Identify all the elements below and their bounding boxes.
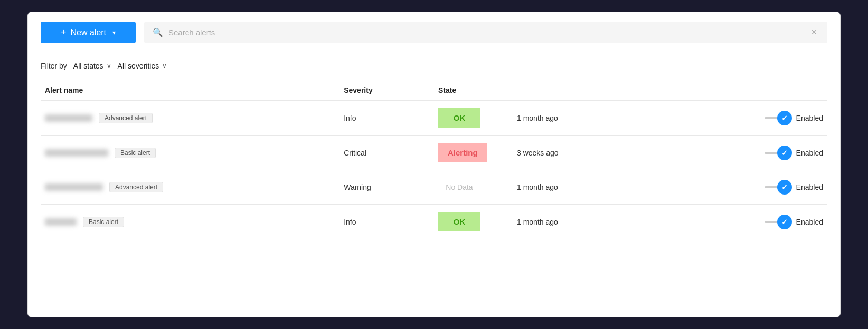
toggle-cell: Enabled: [623, 205, 827, 239]
filters-bar: Filter by All states ∨ All severities ∨: [28, 53, 840, 79]
chevron-down-icon: ▾: [112, 29, 116, 36]
filter-by-label: Filter by: [41, 62, 67, 70]
new-alert-label: New alert: [70, 28, 106, 37]
states-chevron-icon: ∨: [107, 62, 111, 70]
col-header-time: [513, 79, 623, 100]
toggle-cell: Enabled: [623, 100, 827, 136]
alert-type-tag: Basic alert: [83, 217, 124, 227]
state-cell: No Data: [434, 170, 513, 205]
name-cell-container: Basic alert: [45, 217, 335, 227]
states-filter-label: All states: [73, 62, 103, 70]
plus-icon: +: [61, 27, 67, 38]
col-header-severity: Severity: [339, 79, 434, 100]
table-row[interactable]: Basic alert InfoOK1 month ago Enabled: [41, 205, 827, 239]
toggle-switch[interactable]: [765, 112, 792, 124]
toggle-thumb: [777, 111, 792, 125]
state-cell: Alerting: [434, 136, 513, 170]
severities-filter-label: All severities: [118, 62, 159, 70]
severity-cell: Warning: [339, 170, 434, 205]
toggle-cell: Enabled: [623, 136, 827, 170]
search-input[interactable]: [168, 28, 804, 37]
name-cell-container: Basic alert: [45, 148, 335, 158]
blurred-alert-name: [45, 183, 103, 191]
alert-name-cell: Basic alert: [41, 136, 339, 170]
toggle-thumb: [777, 180, 792, 195]
table-row[interactable]: Basic alert CriticalAlerting3 weeks ago …: [41, 136, 827, 170]
toggle-switch[interactable]: [765, 216, 792, 228]
state-badge: No Data: [438, 178, 480, 197]
blurred-alert-name: [45, 218, 77, 226]
toggle-container: Enabled: [627, 181, 823, 193]
toggle-label: Enabled: [796, 149, 823, 157]
toggle-label: Enabled: [796, 218, 823, 226]
alert-name-cell: Basic alert: [41, 205, 339, 239]
alert-type-tag: Basic alert: [115, 148, 156, 158]
severity-cell: Info: [339, 100, 434, 136]
state-cell: OK: [434, 205, 513, 239]
states-filter-dropdown[interactable]: All states ∨: [73, 62, 111, 70]
alert-type-tag: Advanced alert: [109, 182, 163, 192]
toggle-label: Enabled: [796, 114, 823, 122]
alerts-panel: + New alert ▾ 🔍 × Filter by All states ∨…: [27, 12, 841, 317]
table-row[interactable]: Advanced alert InfoOK1 month ago Enabled: [41, 100, 827, 136]
toggle-switch[interactable]: [765, 147, 792, 159]
severities-filter-dropdown[interactable]: All severities ∨: [118, 62, 167, 70]
blurred-alert-name: [45, 114, 92, 122]
alert-name-cell: Advanced alert: [41, 100, 339, 136]
state-badge: OK: [438, 108, 480, 128]
toggle-switch[interactable]: [765, 181, 792, 193]
new-alert-button[interactable]: + New alert ▾: [41, 22, 136, 43]
search-icon: 🔍: [153, 27, 163, 37]
alert-type-tag: Advanced alert: [99, 113, 153, 123]
header: + New alert ▾ 🔍 ×: [28, 12, 840, 53]
time-cell: 1 month ago: [513, 205, 623, 239]
state-badge: OK: [438, 212, 480, 231]
table-header-row: Alert name Severity State: [41, 79, 827, 100]
state-badge: Alerting: [438, 143, 487, 162]
clear-search-button[interactable]: ×: [809, 27, 819, 38]
state-cell: OK: [434, 100, 513, 136]
name-cell-container: Advanced alert: [45, 182, 335, 192]
toggle-container: Enabled: [627, 112, 823, 124]
time-cell: 3 weeks ago: [513, 136, 623, 170]
severity-cell: Info: [339, 205, 434, 239]
alerts-table-container: Alert name Severity State Advanced alert…: [28, 79, 840, 317]
time-cell: 1 month ago: [513, 170, 623, 205]
name-cell-container: Advanced alert: [45, 113, 335, 123]
toggle-container: Enabled: [627, 216, 823, 228]
toggle-label: Enabled: [796, 183, 823, 191]
toggle-thumb: [777, 215, 792, 229]
col-header-alert-name: Alert name: [41, 79, 339, 100]
alert-name-cell: Advanced alert: [41, 170, 339, 205]
table-row[interactable]: Advanced alert WarningNo Data1 month ago…: [41, 170, 827, 205]
toggle-cell: Enabled: [623, 170, 827, 205]
col-header-state: State: [434, 79, 513, 100]
time-cell: 1 month ago: [513, 100, 623, 136]
col-header-spacer: [623, 79, 827, 100]
toggle-container: Enabled: [627, 147, 823, 159]
alerts-table: Alert name Severity State Advanced alert…: [41, 79, 827, 239]
blurred-alert-name: [45, 149, 108, 157]
search-bar: 🔍 ×: [144, 22, 827, 43]
severities-chevron-icon: ∨: [162, 62, 167, 70]
severity-cell: Critical: [339, 136, 434, 170]
toggle-thumb: [777, 146, 792, 160]
